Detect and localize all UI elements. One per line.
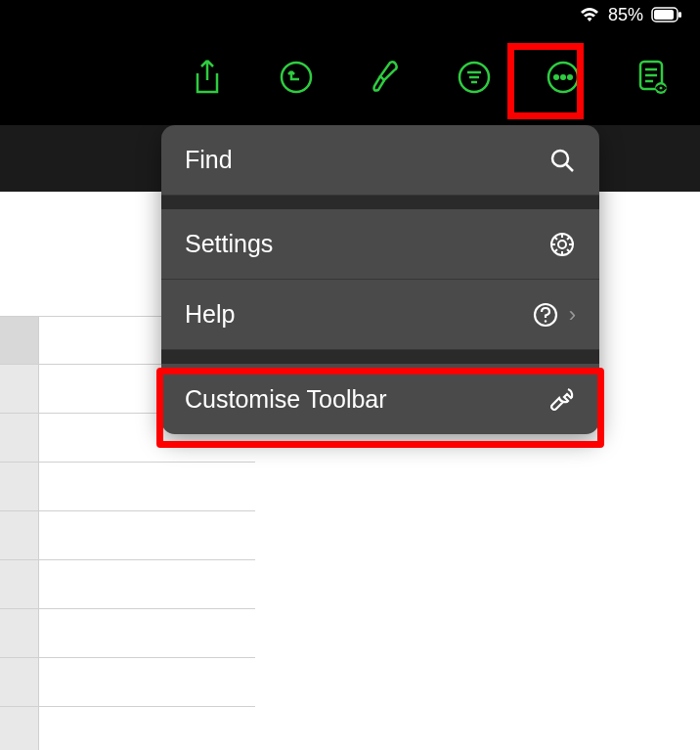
svg-rect-2 (678, 12, 681, 18)
share-icon (192, 59, 223, 96)
svg-line-26 (554, 237, 557, 240)
filter-icon (457, 60, 492, 95)
chevron-right-icon: › (569, 302, 576, 328)
svg-point-10 (561, 75, 565, 79)
more-icon (546, 60, 581, 95)
row-header[interactable] (0, 414, 39, 462)
menu-item-label: Find (185, 146, 233, 174)
share-button[interactable] (189, 59, 226, 96)
wifi-icon (579, 7, 600, 22)
row-header[interactable] (0, 317, 39, 364)
svg-point-9 (554, 75, 558, 79)
undo-button[interactable] (278, 59, 315, 96)
svg-rect-1 (654, 10, 674, 20)
search-icon (548, 147, 576, 174)
format-brush-button[interactable] (367, 59, 404, 96)
svg-point-31 (544, 320, 546, 322)
document-view-icon (634, 59, 670, 96)
row-header[interactable] (0, 658, 39, 706)
toolbar (0, 29, 700, 125)
svg-point-21 (558, 241, 566, 248)
filter-button[interactable] (456, 59, 493, 96)
menu-item-help[interactable]: Help › (161, 280, 599, 350)
table-row[interactable] (0, 609, 255, 658)
menu-item-label: Settings (185, 230, 273, 258)
svg-line-29 (567, 237, 570, 240)
svg-point-18 (552, 151, 568, 166)
wrench-icon (548, 385, 576, 413)
row-header[interactable] (0, 707, 39, 750)
svg-point-11 (568, 75, 572, 79)
table-row[interactable] (0, 511, 255, 560)
document-view-button[interactable] (634, 59, 671, 96)
table-row[interactable] (0, 560, 255, 609)
gear-icon (548, 231, 576, 258)
help-icon (532, 301, 559, 329)
more-dropdown-menu: Find Settings Help › Customise Toolbar (161, 125, 599, 434)
svg-point-3 (282, 63, 311, 92)
menu-separator (161, 196, 599, 209)
menu-item-find[interactable]: Find (161, 125, 599, 196)
table-row[interactable] (0, 707, 255, 750)
table-row[interactable] (0, 463, 255, 511)
row-header[interactable] (0, 511, 39, 559)
menu-item-settings[interactable]: Settings (161, 209, 599, 280)
battery-percent: 85% (608, 5, 643, 25)
menu-item-label: Customise Toolbar (185, 385, 387, 414)
menu-item-label: Help (185, 300, 235, 329)
table-row[interactable] (0, 658, 255, 707)
brush-icon (369, 59, 402, 96)
svg-line-28 (554, 249, 557, 252)
svg-line-19 (566, 164, 573, 171)
battery-icon (651, 7, 682, 22)
undo-icon (279, 60, 314, 95)
row-header[interactable] (0, 463, 39, 510)
menu-item-customise-toolbar[interactable]: Customise Toolbar (161, 364, 599, 434)
svg-line-27 (567, 249, 570, 252)
row-header[interactable] (0, 365, 39, 413)
more-button[interactable] (545, 59, 582, 96)
row-header[interactable] (0, 609, 39, 657)
status-bar: 85% (0, 0, 700, 29)
menu-separator (161, 350, 599, 364)
row-header[interactable] (0, 560, 39, 608)
